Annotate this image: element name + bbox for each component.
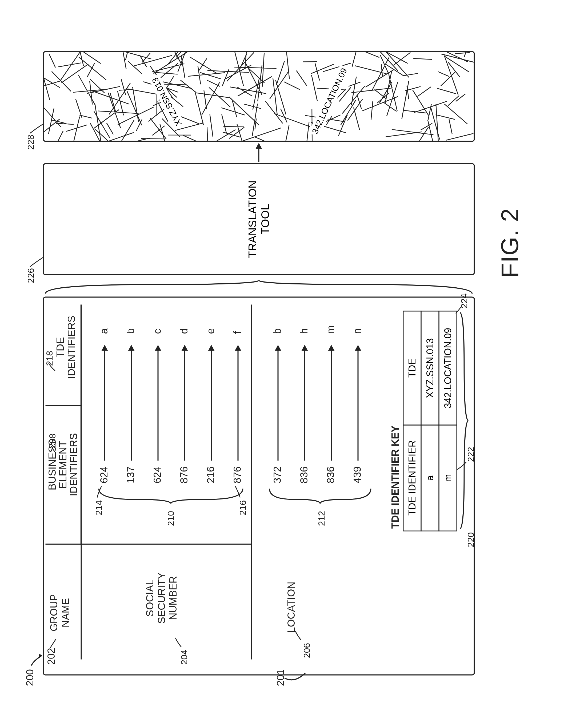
ref-210: 210 [165,511,176,526]
brace-to-226 [43,279,475,295]
key-r1-id: m [438,424,457,531]
tde-id-loc-1: h [298,328,310,334]
arrow-ssn-5 [237,346,238,461]
hline-mid [251,304,252,659]
tde-id-loc-2: m [325,325,336,334]
brace-212 [267,486,373,505]
be-id-loc-0: 372 [271,466,283,483]
ref-216: 216 [237,500,248,515]
diagram-stage: 200 201 GROUP NAME 202 BUSINESS ELEMENT … [0,0,588,726]
arrow-loc-3 [357,346,358,461]
ref-214: 214 [93,500,104,515]
be-id-ssn-1: 137 [125,466,136,483]
key-h2: TDE [403,310,421,425]
svg-marker-0 [39,654,42,658]
arrow-to-output [258,144,259,162]
ref-222: 222 [465,447,476,462]
group-location-name: LOCATION [285,582,297,632]
ref-arrow-200 [31,650,47,666]
ref-204: 204 [178,649,189,665]
ref-200: 200 [24,669,36,686]
leader-228 [29,123,44,134]
tde-id-ssn-2: c [151,329,163,334]
arrow-ssn-1 [131,346,132,461]
be-id-loc-3: 439 [352,466,363,483]
header-tde: TDE IDENTIFIERS [55,304,77,390]
tde-id-loc-0: b [271,328,283,334]
ref-202: 202 [45,648,57,665]
hatch-pattern [44,52,474,141]
arrow-ssn-3 [184,346,185,461]
tde-id-ssn-1: b [125,328,136,334]
arrow-loc-0 [277,346,278,461]
key-r0-tde: XYZ.SSN.013 [421,310,439,425]
key-h1: TDE IDENTIFIER [403,424,421,531]
be-id-ssn-3: 876 [178,466,190,483]
header-group: GROUP NAME [48,578,71,647]
vline-1 [45,544,251,545]
arrow-ssn-2 [158,346,159,461]
leader-216 [235,485,241,498]
key-r1-tde: 342.LOCATION.09 [438,310,457,425]
tde-id-ssn-5: f [231,331,243,334]
ref-220: 220 [465,532,476,547]
be-id-loc-2: 836 [325,466,336,483]
figure-label: FIG. 2 [496,208,523,278]
leader-201 [284,670,308,686]
ref-228: 228 [25,135,36,150]
be-id-ssn-0: 624 [98,466,110,483]
leader-214 [97,485,103,498]
tde-id-loc-3: n [352,328,363,334]
be-id-loc-1: 836 [298,466,310,483]
output-code-panel: XYZ.SSN.013 342.LOCATION.09 [43,51,475,142]
leader-202 [49,638,57,649]
leader-208 [51,444,57,454]
header-underline [80,304,80,545]
be-id-ssn-5: 876 [231,466,243,483]
ref-226: 226 [25,268,36,283]
key-title: TDE IDENTIFIER KEY [389,426,401,528]
leader-218 [48,362,56,371]
be-id-ssn-2: 624 [151,466,163,483]
hline-top [81,304,82,659]
leader-206 [295,630,302,641]
leader-222 [457,460,467,470]
translation-tool: TRANSLATION TOOL [43,163,475,275]
leader-224 [455,306,462,314]
vline-2 [45,405,81,406]
key-r0-id: a [421,424,439,531]
arrow-ssn-4 [211,346,212,461]
be-id-ssn-4: 216 [205,466,216,483]
tde-id-ssn-4: e [205,328,216,334]
arrow-loc-1 [304,346,305,461]
ref-206: 206 [301,643,312,658]
group-ssn-name: SOCIAL SECURITY NUMBER [144,558,179,638]
tde-id-ssn-3: d [178,328,190,334]
arrow-loc-2 [331,346,332,461]
leader-204 [175,637,182,647]
ref-212: 212 [316,511,327,526]
tde-id-ssn-0: a [98,328,110,334]
arrow-ssn-0 [104,346,105,461]
brace-220 [459,310,469,531]
brace-210 [96,486,245,505]
leader-226 [29,257,44,267]
